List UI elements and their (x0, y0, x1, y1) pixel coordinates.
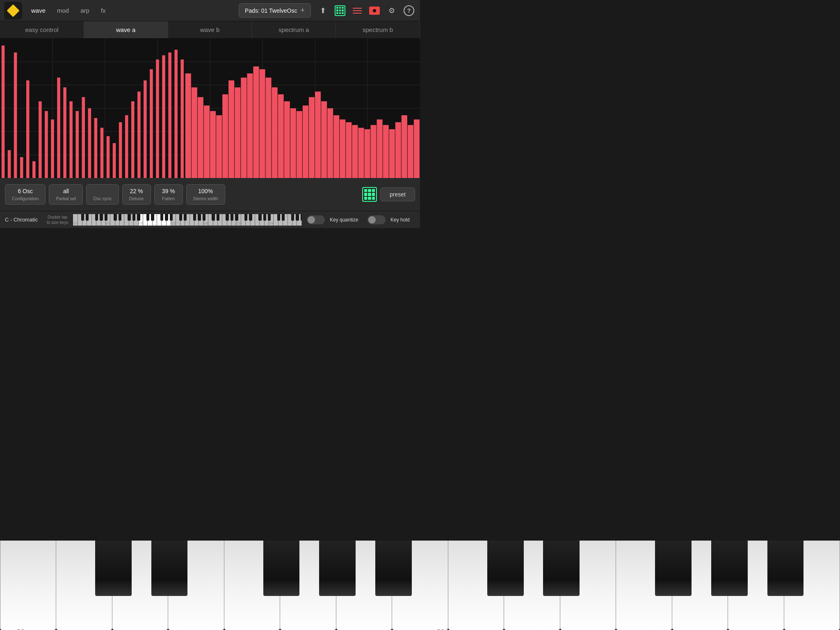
mini-black-key-6-5[interactable] (296, 214, 299, 221)
mini-black-key-5-6[interactable] (268, 214, 271, 221)
key-quantize-toggle[interactable] (307, 215, 325, 224)
mini-black-key-0-5[interactable] (100, 214, 103, 221)
tab-wave-a[interactable]: wave a (84, 21, 168, 38)
grid-view-button[interactable] (333, 4, 347, 18)
help-icon: ? (404, 5, 414, 16)
recorder-icon (369, 7, 380, 15)
recorder-button[interactable] (368, 4, 381, 18)
preset-selector[interactable]: Pads: 01 TwelveOsc + (239, 3, 311, 18)
mini-black-key-6-6[interactable] (301, 214, 302, 221)
octave-label-C3: C3 (171, 221, 175, 225)
octave-label-C2: C2 (139, 221, 143, 225)
settings-button[interactable]: ⚙ (385, 4, 399, 18)
octave-label-C0: C0 (73, 221, 77, 225)
configuration-control[interactable]: 6 Osc Configuration (5, 184, 46, 205)
mini-black-key-1-6[interactable] (137, 214, 140, 221)
mini-black-key-4-6[interactable] (235, 214, 238, 221)
stereo-width-label: Stereo width (193, 196, 218, 201)
mini-black-key-2-6[interactable] (170, 214, 173, 221)
stereo-width-control[interactable]: 100% Stereo width (186, 184, 225, 205)
mini-black-key-3-4[interactable] (193, 214, 196, 221)
lines-menu-button[interactable] (350, 4, 364, 18)
osc-sync-label: Osc sync (93, 196, 112, 201)
mini-black-key-1-4[interactable] (128, 214, 130, 221)
mini-black-key-1-1[interactable] (114, 214, 116, 221)
mini-black-key-1-2[interactable] (119, 214, 121, 221)
fatten-control[interactable]: 39 % Fatten (154, 184, 183, 205)
mini-black-key-6-1[interactable] (277, 214, 280, 221)
mini-black-key-6-2[interactable] (282, 214, 285, 221)
sub-tab-bar: easy control wave a wave b spectrum a sp… (0, 21, 420, 39)
osc-sync-value (102, 188, 103, 194)
mini-black-key-0-2[interactable] (86, 214, 89, 221)
key-hold-toggle[interactable] (368, 215, 386, 224)
waveform-canvas[interactable] (0, 39, 420, 178)
mini-black-key-4-5[interactable] (231, 214, 233, 221)
gear-icon: ⚙ (388, 6, 395, 15)
osc-sync-control[interactable]: Osc sync (86, 184, 119, 205)
fatten-value: 39 % (162, 188, 175, 194)
partial-set-label: Partial set (56, 196, 76, 201)
mini-black-key-1-5[interactable] (132, 214, 135, 221)
mini-black-key-4-1[interactable] (212, 214, 215, 221)
mini-black-key-4-2[interactable] (217, 214, 219, 221)
tab-spectrum-b[interactable]: spectrum b (336, 21, 420, 38)
keyboard-header: C - Chromatic Double tap to size keys C0… (0, 211, 420, 228)
mini-black-key-2-1[interactable] (146, 214, 149, 221)
help-button[interactable]: ? (402, 4, 416, 18)
mini-black-key-0-6[interactable] (105, 214, 107, 221)
mini-black-key-5-1[interactable] (244, 214, 247, 221)
octave-label-C6: C6 (269, 221, 273, 225)
top-navigation: wave mod arp fx Pads: 01 TwelveOsc + ⬆ ⚙ (0, 0, 420, 21)
mini-black-key-4-4[interactable] (226, 214, 228, 221)
nav-tab-fx[interactable]: fx (95, 5, 112, 16)
mini-black-key-2-2[interactable] (151, 214, 154, 221)
preset-add-button[interactable]: + (300, 6, 305, 15)
controls-bar: 6 Osc Configuration all Partial set Osc … (0, 178, 420, 211)
config-value: 6 Osc (18, 188, 33, 194)
octave-label-C4: C4 (204, 221, 208, 225)
key-hold-label: Key hold (390, 217, 415, 223)
mini-black-key-3-5[interactable] (198, 214, 201, 221)
key-quantize-knob (308, 216, 315, 224)
mini-black-key-3-2[interactable] (184, 214, 187, 221)
mini-black-key-3-1[interactable] (179, 214, 182, 221)
config-label: Configuration (12, 196, 39, 201)
stereo-width-value: 100% (198, 188, 213, 194)
app-logo[interactable] (4, 2, 22, 20)
mini-black-key-3-6[interactable] (203, 214, 205, 221)
tab-wave-b[interactable]: wave b (168, 21, 252, 38)
mini-black-key-6-4[interactable] (291, 214, 294, 221)
octave-label-C1: C1 (106, 221, 110, 225)
preset-name: Pads: 01 TwelveOsc (245, 7, 297, 14)
mini-black-key-0-4[interactable] (95, 214, 98, 221)
detune-control[interactable]: 22 % Detune (122, 184, 151, 205)
detune-label: Detune (129, 196, 144, 201)
partial-set-control[interactable]: all Partial set (49, 184, 83, 205)
mini-black-key-5-5[interactable] (263, 214, 266, 221)
waveform-display[interactable] (0, 39, 420, 178)
fatten-label: Fatten (162, 196, 175, 201)
grid-icon (335, 5, 345, 16)
hamburger-icon (353, 8, 362, 14)
preset-button[interactable]: preset (380, 187, 415, 201)
tab-spectrum-a[interactable]: spectrum a (252, 21, 336, 38)
scale-label: C - Chromatic (5, 217, 42, 223)
mini-black-key-2-4[interactable] (160, 214, 163, 221)
share-icon: ⬆ (320, 6, 326, 15)
octave-label-C5: C5 (237, 221, 241, 225)
share-button[interactable]: ⬆ (316, 4, 330, 18)
nav-tab-mod[interactable]: mod (51, 5, 75, 16)
mini-black-key-5-2[interactable] (249, 214, 252, 221)
mini-black-key-2-5[interactable] (165, 214, 168, 221)
nav-icon-group: ⬆ ⚙ ? (316, 4, 416, 18)
grid-toggle-button[interactable] (362, 187, 377, 202)
mini-black-key-5-4[interactable] (258, 214, 261, 221)
size-hint: Double tap to size keys (47, 215, 68, 225)
mini-keyboard[interactable]: C0C1C2C3C4C5C6 (73, 214, 302, 226)
tab-easy-control[interactable]: easy control (0, 21, 84, 38)
nav-tab-arp[interactable]: arp (75, 5, 95, 16)
key-quantize-label: Key quantize (330, 217, 363, 223)
mini-black-key-0-1[interactable] (81, 214, 84, 221)
nav-tab-wave[interactable]: wave (25, 5, 51, 16)
